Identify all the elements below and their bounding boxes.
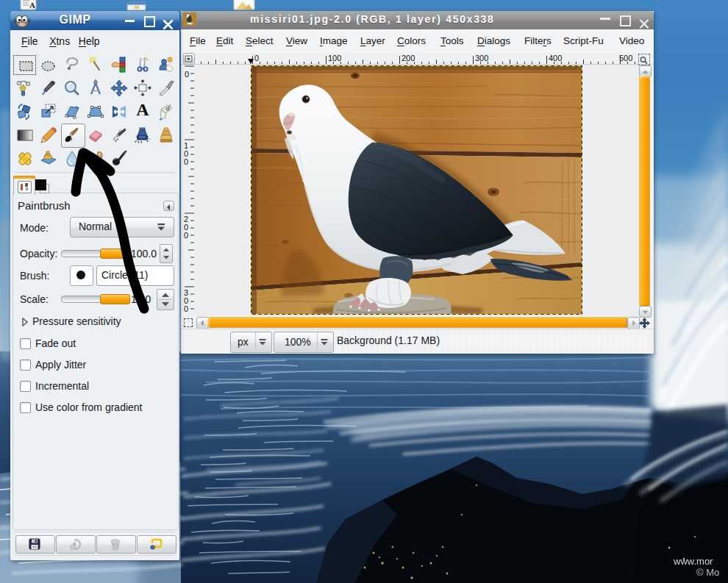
svg-text:0: 0 — [184, 231, 188, 240]
svg-text:100: 100 — [328, 54, 341, 62]
svg-text:0: 0 — [254, 54, 259, 62]
svg-text:A: A — [29, 1, 35, 10]
svg-text:0: 0 — [185, 70, 189, 79]
svg-text:www.mor: www.mor — [673, 556, 713, 567]
svg-text:0: 0 — [184, 157, 188, 166]
svg-text:0: 0 — [184, 304, 188, 313]
svg-text:200: 200 — [402, 54, 415, 62]
svg-text:© Mo: © Mo — [696, 567, 719, 578]
svg-text:400: 400 — [549, 54, 562, 62]
svg-text:500: 500 — [619, 54, 632, 62]
svg-text:300: 300 — [475, 54, 488, 62]
